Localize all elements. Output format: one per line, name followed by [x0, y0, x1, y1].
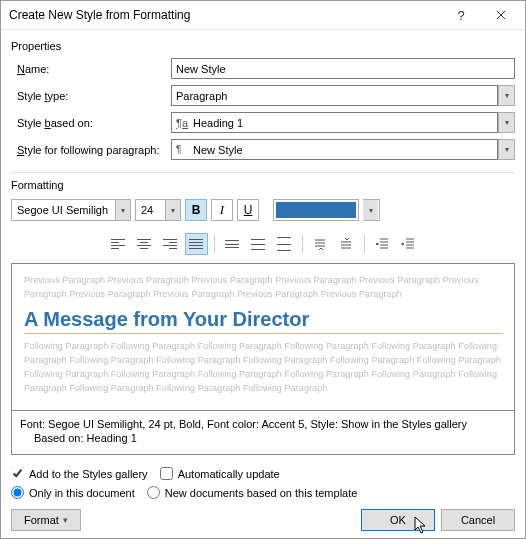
format-menu-button[interactable]: Format	[11, 509, 81, 531]
increase-indent-button[interactable]	[397, 233, 420, 255]
linespacing-2-button[interactable]	[273, 233, 296, 255]
chevron-down-icon: ▾	[165, 200, 180, 220]
auto-update-checkbox[interactable]: Automatically update	[160, 467, 280, 480]
name-input[interactable]	[171, 58, 515, 79]
linespacing-1-button[interactable]	[221, 233, 244, 255]
basedon-select[interactable]: ¶aHeading 1 ▾	[171, 112, 515, 133]
paragraph-toolbar	[11, 229, 515, 263]
chevron-down-icon: ▾	[498, 112, 515, 133]
only-this-doc-radio[interactable]: Only in this document	[11, 486, 135, 499]
add-to-gallery-checkbox[interactable]: Add to the Styles gallery	[11, 467, 148, 480]
styletype-select[interactable]: Paragraph ▾	[171, 85, 515, 106]
styletype-label: Style type:	[11, 90, 171, 102]
align-left-button[interactable]	[107, 233, 130, 255]
help-button[interactable]: ?	[441, 1, 481, 29]
ok-button[interactable]: OK	[361, 509, 435, 531]
bold-button[interactable]: B	[185, 199, 207, 221]
linespacing-15-button[interactable]	[247, 233, 270, 255]
paragraph-mark-icon: ¶a	[176, 117, 190, 129]
preview-heading: A Message from Your Director	[24, 308, 502, 331]
properties-section-label: Properties	[11, 40, 515, 52]
style-description: Font: Segoe UI Semilight, 24 pt, Bold, F…	[11, 411, 515, 455]
italic-button[interactable]: I	[211, 199, 233, 221]
underline-button[interactable]: U	[237, 199, 259, 221]
space-before-dec-button[interactable]	[335, 233, 358, 255]
font-color-arrow[interactable]: ▾	[363, 199, 380, 221]
close-button[interactable]	[481, 1, 521, 29]
chevron-down-icon: ▾	[498, 139, 515, 160]
align-center-button[interactable]	[133, 233, 156, 255]
chevron-down-icon: ▾	[115, 200, 130, 220]
preview-previous-text: Previous Paragraph Previous Paragraph Pr…	[24, 274, 502, 302]
chevron-down-icon: ▾	[498, 85, 515, 106]
preview-pane: Previous Paragraph Previous Paragraph Pr…	[11, 263, 515, 411]
cursor-icon	[414, 516, 430, 536]
titlebar: Create New Style from Formatting ?	[1, 1, 525, 30]
new-docs-radio[interactable]: New documents based on this template	[147, 486, 358, 499]
name-label: Name:	[11, 63, 171, 75]
basedon-label: Style based on:	[11, 117, 171, 129]
font-color-select[interactable]	[273, 199, 359, 221]
space-before-inc-button[interactable]	[309, 233, 332, 255]
preview-following-text: Following Paragraph Following Paragraph …	[24, 340, 502, 396]
create-style-dialog: Create New Style from Formatting ? Prope…	[0, 0, 526, 539]
following-select[interactable]: ¶New Style ▾	[171, 139, 515, 160]
align-justify-button[interactable]	[185, 233, 208, 255]
paragraph-mark-icon: ¶	[176, 144, 190, 155]
cancel-button[interactable]: Cancel	[441, 509, 515, 531]
font-name-select[interactable]: Segoe UI Semiligh▾	[11, 199, 131, 221]
dialog-content: Properties Name: Style type: Paragraph ▾…	[1, 30, 525, 539]
decrease-indent-button[interactable]	[371, 233, 394, 255]
dialog-title: Create New Style from Formatting	[9, 8, 441, 22]
align-right-button[interactable]	[159, 233, 182, 255]
formatting-section-label: Formatting	[11, 179, 515, 191]
font-size-select[interactable]: 24▾	[135, 199, 181, 221]
following-label: Style for following paragraph:	[11, 144, 171, 156]
chevron-down-icon: ▾	[363, 200, 378, 220]
